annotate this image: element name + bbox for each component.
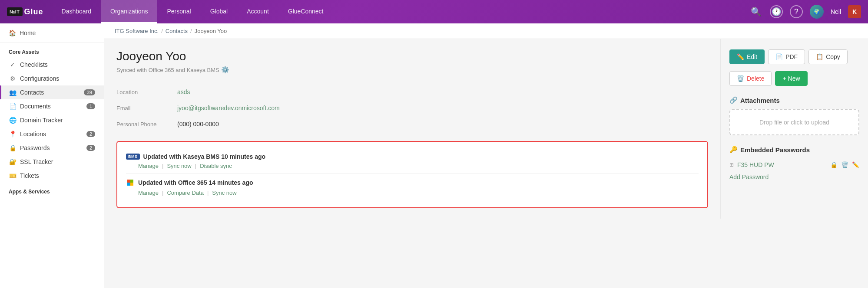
location-label: Location bbox=[116, 88, 177, 95]
avatar[interactable]: 🌍 bbox=[810, 5, 824, 19]
sync-sep-1: | bbox=[162, 163, 163, 169]
layout: 🏠 Home Core Assets ✓ Checklists ⚙ Config… bbox=[0, 23, 868, 288]
embedded-passwords-label: Embedded Passwords bbox=[740, 146, 810, 154]
svg-rect-1 bbox=[130, 180, 133, 183]
sidebar-item-ssl-tracker[interactable]: 🔐 SSL Tracker bbox=[0, 155, 104, 169]
active-indicator bbox=[0, 85, 1, 99]
action-buttons-row2: 🗑️ Delete + New bbox=[729, 71, 859, 86]
bms-sync-now-link[interactable]: Sync now bbox=[167, 163, 191, 169]
sidebar-item-contacts[interactable]: 👥 Contacts 39 bbox=[0, 85, 104, 99]
contacts-icon: 👥 bbox=[9, 89, 17, 96]
delete-label: Delete bbox=[747, 75, 764, 82]
sidebar-item-label: Contacts bbox=[20, 89, 80, 96]
pdf-icon: 📄 bbox=[775, 53, 783, 60]
breadcrumb-sep-2: / bbox=[190, 28, 192, 34]
location-icon: 📍 bbox=[9, 131, 17, 137]
sidebar-item-configurations[interactable]: ⚙ Configurations bbox=[0, 72, 104, 85]
subtitle-text: Synced with Office 365 and Kaseya BMS bbox=[116, 67, 219, 73]
sidebar-item-label: Checklists bbox=[20, 61, 95, 68]
sidebar-item-domain-tracker[interactable]: 🌐 Domain Tracker bbox=[0, 113, 104, 127]
help-button[interactable]: ? bbox=[790, 5, 803, 18]
email-field-row: Email jyoo@itgsoftwaredev.onmicrosoft.co… bbox=[116, 100, 708, 116]
sidebar-item-tickets[interactable]: 🎫 Tickets bbox=[0, 169, 104, 183]
password-label[interactable]: F35 HUD PW bbox=[737, 161, 827, 168]
page-title: Jooyeon Yoo bbox=[116, 49, 708, 63]
bms-disable-sync-link[interactable]: Disable sync bbox=[200, 163, 232, 169]
delete-button[interactable]: 🗑️ Delete bbox=[729, 71, 772, 86]
pdf-button[interactable]: 📄 PDF bbox=[768, 49, 805, 64]
breadcrumb-sep-1: / bbox=[161, 28, 163, 34]
search-button[interactable]: 🔍 bbox=[750, 5, 763, 18]
logo-text: Glue bbox=[24, 7, 43, 16]
sidebar-item-label: Configurations bbox=[20, 75, 95, 82]
copy-label: Copy bbox=[826, 53, 840, 60]
breadcrumb-org[interactable]: ITG Software Inc. bbox=[115, 28, 159, 34]
locations-badge: 2 bbox=[86, 131, 95, 137]
nav-glueconnect[interactable]: GlueConnect bbox=[278, 0, 333, 23]
o365-compare-link[interactable]: Compare Data bbox=[167, 190, 204, 196]
sidebar-item-locations[interactable]: 📍 Locations 2 bbox=[0, 127, 104, 141]
sidebar-item-passwords[interactable]: 🔒 Passwords 2 bbox=[0, 141, 104, 155]
pencil-icon: ✏️ bbox=[737, 53, 744, 60]
sidebar-item-label: Tickets bbox=[20, 172, 95, 179]
edit-pw-icon[interactable]: ✏️ bbox=[852, 161, 859, 168]
gear-icon: ⚙ bbox=[9, 75, 17, 82]
apps-section-title: Apps & Services bbox=[0, 183, 104, 197]
top-navigation: №IT Glue Dashboard Organizations Persona… bbox=[0, 0, 868, 23]
nav-organizations[interactable]: Organizations bbox=[101, 0, 157, 23]
trash-pw-icon[interactable]: 🗑️ bbox=[841, 161, 848, 168]
password-item: ⊞ F35 HUD PW 🔒 🗑️ ✏️ bbox=[729, 159, 859, 171]
svg-rect-2 bbox=[127, 183, 130, 186]
home-label: Home bbox=[20, 29, 36, 36]
document-icon: 📄 bbox=[9, 103, 17, 110]
bms-manage-link[interactable]: Manage bbox=[138, 163, 159, 169]
edit-button[interactable]: ✏️ Edit bbox=[729, 49, 765, 64]
content-main: Jooyeon Yoo Synced with Office 365 and K… bbox=[104, 39, 720, 219]
sidebar-item-documents[interactable]: 📄 Documents 1 bbox=[0, 99, 104, 113]
location-value[interactable]: asds bbox=[177, 88, 190, 95]
o365-manage-link[interactable]: Manage bbox=[138, 190, 159, 196]
sync-title-office365: Updated with Office 365 14 minutes ago bbox=[138, 179, 253, 186]
logo[interactable]: №IT Glue bbox=[7, 7, 43, 16]
user-name[interactable]: Neil bbox=[831, 8, 841, 15]
new-button[interactable]: + New bbox=[775, 71, 807, 86]
sync-sep-2: | bbox=[195, 163, 196, 169]
phone-value: (000) 000-0000 bbox=[177, 121, 219, 128]
sync-box: BMS Updated with Kaseya BMS 10 minutes a… bbox=[116, 141, 708, 208]
history-button[interactable]: 🕐 bbox=[770, 5, 783, 18]
ticket-icon: 🎫 bbox=[9, 172, 17, 179]
breadcrumb-section[interactable]: Contacts bbox=[166, 28, 188, 34]
o365-sync-now-link[interactable]: Sync now bbox=[212, 190, 236, 196]
lock-icon: 🔒 bbox=[9, 144, 17, 151]
location-field-row: Location asds bbox=[116, 84, 708, 100]
trash-icon: 🗑️ bbox=[737, 75, 744, 82]
copy-button[interactable]: 📋 Copy bbox=[808, 49, 848, 64]
sidebar-home[interactable]: 🏠 Home bbox=[0, 23, 104, 43]
new-label: + New bbox=[782, 75, 800, 82]
bms-badge: BMS bbox=[126, 154, 140, 160]
sidebar-item-checklists[interactable]: ✓ Checklists bbox=[0, 58, 104, 72]
svg-rect-3 bbox=[130, 183, 133, 186]
contacts-badge: 39 bbox=[84, 89, 95, 95]
add-password-link[interactable]: Add Password bbox=[729, 173, 859, 180]
embedded-passwords-title: 🔑 Embedded Passwords bbox=[729, 146, 859, 154]
nav-account[interactable]: Account bbox=[237, 0, 278, 23]
main-content: ITG Software Inc. / Contacts / Jooyeon Y… bbox=[104, 23, 868, 288]
sync-entry-office365: Updated with Office 365 14 minutes ago M… bbox=[126, 173, 699, 200]
upload-zone[interactable]: Drop file or click to upload bbox=[729, 109, 859, 135]
nav-personal[interactable]: Personal bbox=[157, 0, 200, 23]
phone-label: Personal Phone bbox=[116, 121, 177, 128]
sync-actions-bms: Manage | Sync now | Disable sync bbox=[138, 163, 699, 169]
nav-dashboard[interactable]: Dashboard bbox=[52, 0, 101, 23]
k-button[interactable]: K bbox=[848, 5, 861, 18]
page-subtitle: Synced with Office 365 and Kaseya BMS ⚙️ bbox=[116, 66, 708, 74]
sync-title-bms: Updated with Kaseya BMS 10 minutes ago bbox=[143, 153, 266, 160]
sync-sep-4: | bbox=[207, 190, 209, 196]
action-buttons-row1: ✏️ Edit 📄 PDF 📋 Copy bbox=[729, 49, 859, 64]
email-value[interactable]: jyoo@itgsoftwaredev.onmicrosoft.com bbox=[177, 105, 280, 111]
copy-icon: 📋 bbox=[816, 53, 823, 60]
sidebar-item-label: SSL Tracker bbox=[20, 158, 95, 165]
nav-global[interactable]: Global bbox=[201, 0, 237, 23]
lock-pw-icon[interactable]: 🔒 bbox=[830, 161, 838, 168]
sync-sep-3: | bbox=[162, 190, 163, 196]
